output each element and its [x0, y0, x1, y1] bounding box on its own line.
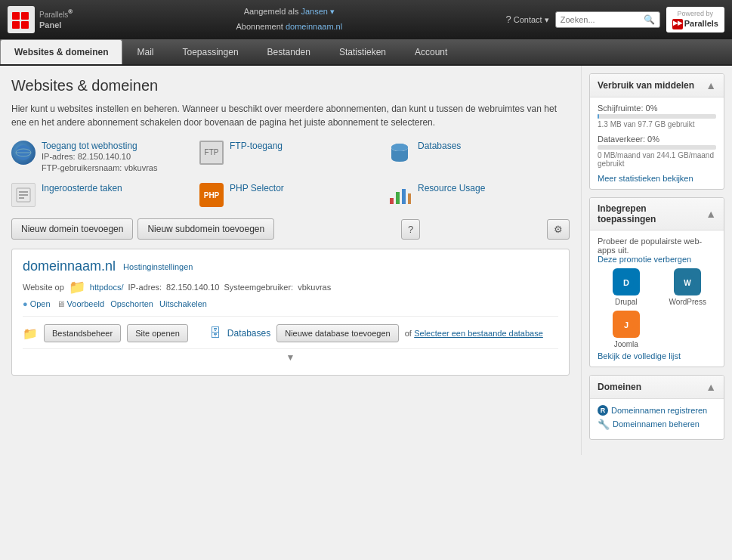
domeinen-collapse-btn[interactable]: ▲: [706, 381, 716, 393]
tasks-info: Ingeroosterde taken: [42, 183, 122, 193]
svg-rect-0: [12, 12, 20, 20]
folder-icon: 📁: [69, 279, 85, 295]
domain-name-link[interactable]: domeinnaam.nl: [23, 258, 116, 274]
preview-icon: 🖥: [57, 299, 65, 308]
help-button[interactable]: ?: [401, 219, 420, 240]
search-button[interactable]: 🔍: [644, 14, 655, 25]
tasks-icon: [11, 183, 36, 207]
hosting-settings-link[interactable]: Hostinginstellingen: [123, 262, 193, 271]
disable-link[interactable]: Uitschakelen: [159, 299, 207, 308]
new-db-button[interactable]: Nieuwe database toevoegen: [276, 324, 398, 342]
domain-scroll-down[interactable]: ▼: [23, 348, 558, 366]
disk-bar-fill: [598, 114, 599, 119]
manage-icon: 🔧: [598, 419, 610, 430]
view-all-apps-link[interactable]: Bekijk de volledige lijst: [598, 351, 716, 360]
databases-link[interactable]: Databases: [418, 141, 461, 151]
domain-info: Website op 📁 httpdocs/ IP-adres: 82.150.…: [23, 279, 558, 295]
more-stats-link[interactable]: Meer statistieken bekijken: [598, 174, 716, 183]
tab-mail[interactable]: Mail: [122, 39, 168, 64]
open-link[interactable]: ● Open: [23, 299, 51, 308]
resources-header: Verbruik van middelen ▲: [590, 74, 724, 97]
svg-rect-13: [390, 198, 394, 204]
preview-link[interactable]: 🖥 Voorbeeld: [57, 299, 105, 308]
php-link[interactable]: PHP Selector: [230, 183, 284, 193]
open-site-button[interactable]: Site openen: [127, 324, 188, 342]
php-info: PHP Selector: [230, 183, 284, 193]
new-subdomain-button[interactable]: Nieuw subdomein toevoegen: [137, 218, 274, 240]
main-layout: Websites & domeinen Hier kunt u websites…: [0, 66, 732, 455]
svg-rect-16: [408, 193, 411, 204]
search-input[interactable]: [561, 15, 644, 24]
traffic-bar-bg: [598, 145, 716, 150]
register-icon: R: [598, 405, 608, 416]
tab-toepassingen[interactable]: Toepassingen: [168, 39, 253, 64]
logo-area: Parallels® Panel: [8, 6, 73, 33]
tab-account[interactable]: Account: [400, 39, 462, 64]
top-right-area: ? Contact ▾ 🔍 Powered by ▶▶ Parallels: [505, 7, 724, 32]
feature-hosting: Toegang tot webhosting IP-adres: 82.150.…: [11, 141, 193, 175]
sidebar-resources: Verbruik van middelen ▲ Schijfruimte: 0%…: [589, 73, 724, 190]
tab-statistieken[interactable]: Statistieken: [325, 39, 400, 64]
db-icon-small: 🗄: [209, 326, 221, 340]
resource-link[interactable]: Resource Usage: [418, 183, 485, 193]
svg-text:W: W: [684, 279, 692, 287]
file-manager-button[interactable]: Bestandsbeheer: [44, 324, 121, 342]
sidebar-apps: Inbegrepen toepassingen ▲ Probeer de pop…: [589, 197, 724, 367]
svg-rect-14: [396, 192, 400, 204]
domain-tools: 📁 Bestandsbeheer Site openen 🗄 Databases…: [23, 316, 558, 342]
domeinen-body: R Domeinnamen registreren 🔧 Domeinnamen …: [590, 399, 724, 439]
select-db-link[interactable]: Selecteer een bestaande database: [414, 329, 543, 338]
app-joomla[interactable]: J Joomla: [598, 311, 655, 348]
feature-databases: Databases: [388, 141, 570, 175]
sidebar-domeinen: Domeinen ▲ R Domeinnamen registreren 🔧 D…: [589, 375, 724, 440]
settings-button[interactable]: ⚙: [547, 219, 570, 240]
db-section: 🗄 Databases Nieuwe database toevoegen of…: [209, 324, 543, 342]
tab-websites-domeinen[interactable]: Websites & domeinen: [0, 39, 122, 64]
content-area: Websites & domeinen Hier kunt u websites…: [0, 66, 581, 455]
sidebar: Verbruik van middelen ▲ Schijfruimte: 0%…: [581, 66, 732, 455]
new-domain-button[interactable]: Nieuw domein toevoegen: [11, 218, 133, 240]
ftp-link[interactable]: FTP-toegang: [230, 141, 283, 151]
tab-bestanden[interactable]: Bestanden: [253, 39, 325, 64]
hosting-info: Toegang tot webhosting IP-adres: 82.150.…: [42, 141, 157, 175]
databases-section-link[interactable]: Databases: [227, 328, 270, 339]
domain-panel: domeinnaam.nl Hostinginstellingen Websit…: [11, 249, 570, 376]
manage-domain-link[interactable]: 🔧 Domeinnamen beheren: [598, 419, 716, 430]
ftp-info: FTP-toegang: [230, 141, 283, 151]
tasks-link[interactable]: Ingeroosterde taken: [42, 183, 122, 193]
app-wordpress[interactable]: W WordPress: [659, 268, 717, 306]
svg-rect-15: [402, 189, 406, 204]
db-icon: [388, 141, 412, 165]
svg-rect-3: [21, 21, 29, 29]
top-center-info: Aangemeld als Jansen ▾ Abonnement domein…: [236, 5, 343, 35]
resource-icon: [388, 183, 412, 207]
subscription-link[interactable]: domeinnaam.nl: [286, 22, 342, 31]
wordpress-icon: W: [674, 268, 701, 295]
contact-link[interactable]: ? Contact ▾: [505, 14, 548, 25]
db-info: Databases: [418, 141, 461, 151]
svg-rect-2: [12, 21, 20, 29]
username-link[interactable]: Jansen ▾: [301, 7, 335, 16]
file-folder-icon: 📁: [23, 326, 38, 341]
httpdocs-link[interactable]: httpdocs/: [90, 283, 124, 292]
nav-tabs: Websites & domeinen Mail Toepassingen Be…: [0, 39, 732, 66]
resources-body: Schijfruimte: 0% 1.3 MB van 97.7 GB gebr…: [590, 97, 724, 189]
powered-by-badge: Powered by ▶▶ Parallels: [666, 7, 724, 32]
apps-collapse-btn[interactable]: ▲: [706, 208, 716, 220]
svg-text:D: D: [623, 278, 629, 287]
svg-point-8: [391, 144, 408, 151]
register-domain-link[interactable]: R Domeinnamen registreren: [598, 405, 716, 416]
intro-text: Hier kunt u websites instellen en behere…: [11, 102, 570, 129]
page-title: Websites & domeinen: [11, 77, 570, 94]
open-icon: ●: [23, 299, 28, 308]
resource-info: Resource Usage: [418, 183, 485, 193]
feature-resource: Resource Usage: [388, 183, 570, 207]
feature-ftp: FTP FTP-toegang: [199, 141, 381, 175]
apps-body: Probeer de populairste web-apps uit. Dez…: [590, 230, 724, 367]
resources-collapse-btn[interactable]: ▲: [706, 79, 716, 91]
hide-promo-link[interactable]: Deze promotie verbergen: [598, 255, 691, 264]
suspend-link[interactable]: Opschorten: [110, 299, 153, 308]
hosting-link[interactable]: Toegang tot webhosting: [42, 141, 157, 151]
app-drupal[interactable]: D Drupal: [598, 268, 655, 306]
feature-php: PHP PHP Selector: [199, 183, 381, 207]
